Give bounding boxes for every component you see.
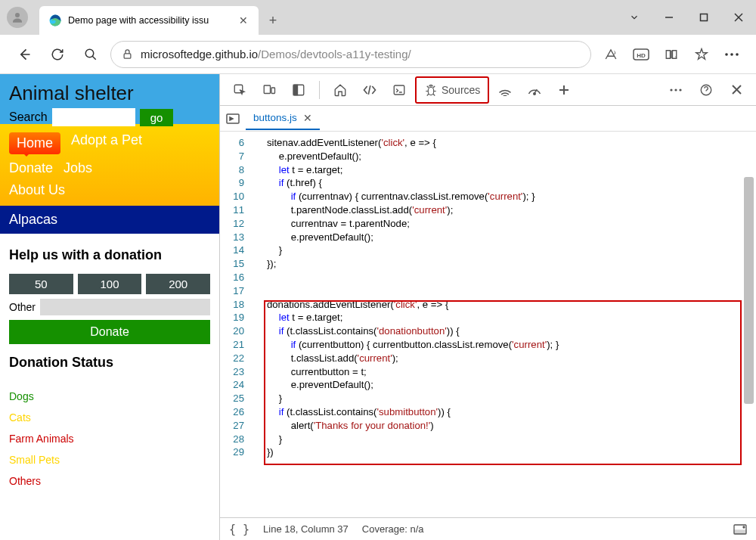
svg-point-6 (85, 49, 94, 57)
svg-point-27 (679, 88, 681, 91)
svg-rect-16 (271, 88, 275, 94)
inspect-icon[interactable] (226, 78, 253, 102)
coverage-status: Coverage: n/a (362, 523, 424, 535)
scrollbar[interactable] (744, 177, 754, 404)
breadcrumb-alpacas[interactable]: Alpacas (0, 206, 219, 234)
console-icon[interactable] (386, 78, 413, 102)
profile-button[interactable] (0, 0, 35, 35)
donation-heading: Help us with a donation (9, 247, 210, 263)
pretty-print-icon[interactable]: { } (229, 523, 249, 536)
donate-button[interactable]: Donate (9, 320, 210, 344)
status-heading: Donation Status (9, 355, 210, 371)
url-text: microsoftedge.github.io/Demos/devtools-a… (141, 48, 411, 61)
close-button[interactable] (721, 0, 756, 35)
device-icon[interactable] (256, 78, 283, 102)
svg-rect-3 (701, 14, 708, 21)
refresh-button[interactable] (44, 41, 71, 68)
address-bar[interactable]: microsoftedge.github.io/Demos/devtools-a… (110, 41, 591, 68)
status-farm[interactable]: Farm Animals (9, 428, 210, 449)
file-tab-active[interactable]: buttons.js ✕ (246, 107, 320, 130)
search-input[interactable] (52, 108, 135, 126)
devtools-close-button[interactable] (723, 78, 750, 102)
sources-label: Sources (442, 84, 480, 96)
svg-rect-33 (734, 530, 746, 534)
nav-about[interactable]: About Us (9, 182, 65, 198)
svg-rect-15 (264, 85, 270, 94)
status-others[interactable]: Others (9, 470, 210, 492)
svg-rect-8 (124, 54, 131, 58)
cursor-position: Line 18, Column 37 (263, 523, 349, 535)
nav-home[interactable]: Home (9, 132, 60, 154)
add-tab-button[interactable] (550, 78, 578, 102)
svg-point-12 (730, 53, 733, 56)
search-button[interactable] (77, 41, 104, 68)
browser-tab-active[interactable]: Demo page with accessibility issu ✕ (39, 6, 259, 35)
tab-title: Demo page with accessibility issu (68, 15, 231, 26)
window-controls (617, 0, 756, 35)
status-dogs[interactable]: Dogs (9, 386, 210, 407)
svg-point-22 (534, 92, 536, 95)
go-button[interactable]: go (140, 109, 174, 126)
devtools-panel: Sources buttons.js ✕ 6 sitenav.addEventL… (219, 74, 756, 540)
devtools-tabbar: Sources (220, 74, 756, 106)
favorites-icon[interactable] (688, 41, 715, 68)
more-button[interactable] (718, 41, 745, 68)
svg-point-20 (428, 87, 434, 95)
performance-icon[interactable] (521, 78, 548, 102)
chevron-down-icon[interactable] (617, 0, 652, 35)
tab-close-button[interactable]: ✕ (237, 14, 249, 26)
file-tab-close[interactable]: ✕ (303, 112, 312, 124)
back-button[interactable] (11, 41, 38, 68)
status-small[interactable]: Small Pets (9, 449, 210, 470)
svg-point-13 (736, 53, 739, 56)
browser-toolbar: microsoftedge.github.io/Demos/devtools-a… (0, 35, 756, 74)
donation-100[interactable]: 100 (78, 274, 142, 294)
devtools-more-button[interactable] (662, 78, 689, 102)
svg-rect-19 (394, 85, 404, 95)
svg-point-0 (15, 13, 20, 17)
other-input[interactable] (40, 299, 210, 315)
devtools-statusbar: { } Line 18, Column 37 Coverage: n/a (220, 517, 756, 540)
network-icon[interactable] (491, 78, 519, 102)
search-label: Search (9, 110, 48, 124)
svg-rect-18 (293, 85, 297, 95)
donation-50[interactable]: 50 (9, 274, 73, 294)
reader-icon[interactable] (658, 41, 685, 68)
navigator-toggle-icon[interactable] (226, 113, 240, 124)
new-tab-button[interactable]: + (259, 6, 287, 35)
svg-point-34 (743, 526, 745, 528)
svg-point-11 (725, 53, 728, 56)
bug-icon (424, 83, 438, 97)
edge-icon (48, 14, 62, 27)
nav-donate[interactable]: Donate (9, 160, 53, 176)
window-titlebar: Demo page with accessibility issu ✕ + (0, 0, 756, 35)
sources-tab-active[interactable]: Sources (415, 76, 489, 104)
profile-icon (7, 7, 28, 28)
donation-200[interactable]: 200 (146, 274, 210, 294)
svg-point-25 (670, 88, 672, 91)
show-console-icon[interactable] (733, 524, 747, 535)
other-label: Other (9, 301, 36, 313)
page-title: Animal shelter (9, 82, 210, 105)
status-cats[interactable]: Cats (9, 407, 210, 428)
read-aloud-icon[interactable] (597, 41, 624, 68)
nav-adopt[interactable]: Adopt a Pet (71, 132, 142, 154)
svg-text:HD: HD (637, 51, 646, 58)
svg-point-26 (674, 88, 677, 91)
lock-icon (122, 48, 133, 60)
minimize-button[interactable] (652, 0, 686, 35)
hd-icon[interactable]: HD (627, 41, 655, 68)
maximize-button[interactable] (686, 0, 721, 35)
svg-line-7 (92, 56, 96, 60)
home-icon[interactable] (327, 78, 354, 102)
file-tabbar: buttons.js ✕ (220, 106, 756, 132)
elements-icon[interactable] (356, 78, 383, 102)
file-tab-label: buttons.js (253, 112, 297, 123)
code-editor[interactable]: 6 sitenav.addEventListener('click', e =>… (220, 132, 756, 517)
help-icon[interactable] (692, 78, 720, 102)
welcome-icon[interactable] (285, 78, 312, 102)
nav-jobs[interactable]: Jobs (64, 160, 92, 176)
rendered-page: Animal shelter Search go Home Adopt a Pe… (0, 74, 219, 540)
